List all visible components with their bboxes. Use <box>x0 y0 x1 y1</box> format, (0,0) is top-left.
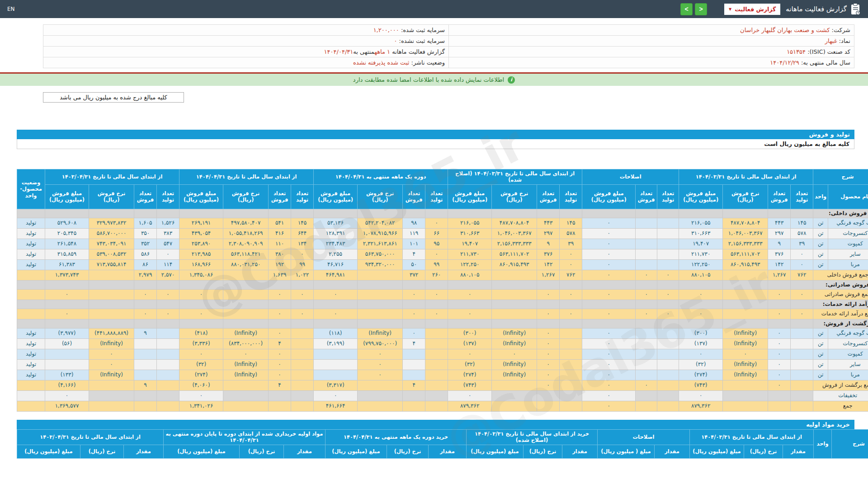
cell-empty <box>45 319 89 328</box>
cell-g6-p: ۰ <box>157 249 179 259</box>
product-row: کمپوتتن۳۹۹۲,۱۵۶,۳۳۳,۳۳۳۱۹,۴۰۷۰۳۹۹۲,۱۵۶,۳… <box>17 239 868 249</box>
cell-g5-r <box>223 390 269 401</box>
cell-g6-p: ۰ <box>157 309 179 319</box>
cell-g5-a: ۴۳۹,۰۵۴ <box>179 228 223 239</box>
cell-g5-p <box>291 338 314 349</box>
cell-empty <box>269 280 291 289</box>
cell-g4-r: ۲,۳۲۱,۶۱۳,۸۶۱ <box>358 239 403 249</box>
raw-material-section-header: خرید مواد اولیه <box>17 420 854 429</box>
cell-g3-s: ۹ <box>537 239 560 249</box>
cell-g5-s: ۰ <box>269 289 291 300</box>
cell-unit: تن <box>813 249 828 259</box>
cell-g4-r: ۵۶۳,۷۵۰,۰۰۰ <box>358 249 403 259</box>
cell-g3-r <box>492 401 537 411</box>
cell-g5-s <box>269 401 291 411</box>
cell-g3-r <box>492 309 537 319</box>
cell-empty <box>582 319 636 328</box>
cell-g6-r <box>89 401 134 411</box>
col-header-unit: واحد <box>814 429 832 458</box>
cell-g6-a: ۰ <box>45 390 89 401</box>
report-type-dropdown[interactable]: گزارش فعالیت ▼ <box>724 4 780 15</box>
cell-unit: تن <box>813 338 828 349</box>
cell-g2-p <box>657 401 679 411</box>
cell-g1-p <box>791 338 813 349</box>
cell-g4-a: (۱۱۸) <box>314 328 358 338</box>
info-row: کد صنعت (ISIC): ۱۵۱۳۵۴گزارش فعالیت ماهان… <box>43 47 854 57</box>
cell-g1-r: ۴۸۷,۷۰۸,۸۰۴ <box>723 218 768 228</box>
cell-g4-r <box>358 390 403 401</box>
cell-g5-s: ۰ <box>269 370 291 380</box>
cell-g1-r: ۲,۱۵۶,۳۳۳,۳۳۳ <box>723 239 768 249</box>
cell-g6-p <box>157 359 179 370</box>
info-row: نماد: غبهارسرمایه ثبت نشده: ۰ <box>43 36 854 47</box>
cell-g1-s: ۰ <box>768 349 791 359</box>
cell-g1-p: ۰ <box>791 309 813 319</box>
col-group-g2: اصلاحات <box>598 429 690 445</box>
cell-g2-s <box>636 349 657 359</box>
cell-g5-a: ۰ <box>179 390 223 401</box>
col-header-g2-a: مبلغ فروش (میلیون ریال) <box>582 184 636 209</box>
cell-g2-p <box>657 328 679 338</box>
info-value: ۱۴۰۴/۰۴/۳۱ <box>324 48 354 55</box>
cell-g6-r: (۴۴۱,۸۸۸,۸۸۹) <box>89 328 134 338</box>
col-header-g6-2: مبلغ (میلیون ریال) <box>17 445 80 458</box>
cell-g3-a: ۳۱۰,۶۶۳ <box>448 228 492 239</box>
cell-g5-a: ۰ <box>179 289 223 300</box>
cell-g5-a: ۰ <box>179 309 223 319</box>
cell-g6-s: ۳۵۰ <box>134 228 157 239</box>
cell-row-label: جمع برگشت از فروش <box>813 380 868 390</box>
cell-g1-r <box>723 309 768 319</box>
cell-g4-p: ۹۹ <box>425 259 448 270</box>
cell-g6-r: (Infinity) <box>89 370 134 380</box>
cell-empty <box>768 319 791 328</box>
cell-g1-a: ۲۱۱,۷۳۰ <box>679 249 723 259</box>
cell-product-name: کنسروجات <box>828 228 868 239</box>
cell-g2-s <box>636 239 657 249</box>
cell-empty <box>679 319 723 328</box>
cell-g5-r <box>223 289 269 300</box>
col-header-g5-s: تعداد فروش <box>269 184 291 209</box>
cell-empty <box>89 300 134 309</box>
cell-g5-s: ۰ <box>269 309 291 319</box>
cell-g5-r: ۵۶۳,۱۱۸,۴۲۱ <box>223 249 269 259</box>
cell-g6-a: ۵۲۹,۶۰۸ <box>45 218 89 228</box>
previous-report-button[interactable]: < <box>680 3 693 15</box>
cell-g1-a: ۸۷۹,۳۶۲ <box>679 401 723 411</box>
cell-g6-s: ۲,۹۷۹ <box>134 270 157 280</box>
cell-g6-a: ۲۶۱,۵۴۸ <box>45 239 89 249</box>
cell-empty <box>657 300 679 309</box>
header-sub-row: نام محصولواحدتعداد تولیدتعداد فروشنرخ فر… <box>17 184 868 209</box>
cell-g4-s: ۱۱۹ <box>403 228 425 239</box>
cell-empty <box>134 209 157 218</box>
cell-g6-s: ۱,۶۰۵ <box>134 218 157 228</box>
info-label: سرمایه ثبت شده: <box>399 27 445 33</box>
cell-g5-a: ۱۶۸,۹۶۶ <box>179 259 223 270</box>
col-header-g3-0: مقدار <box>562 445 598 458</box>
info-label: سال مالی منتهی به: <box>799 59 850 66</box>
cell-g3-a: ۰ <box>448 309 492 319</box>
cell-g6-r <box>89 289 134 300</box>
cell-g5-p: ۰ <box>291 309 314 319</box>
next-report-button[interactable]: > <box>695 3 707 15</box>
cell-product-name: کنسروجات <box>828 338 868 349</box>
col-header-g4-2: مبلغ (میلیون ریال) <box>326 445 387 458</box>
production-sales-table-wrap: شرحاز ابتدای سال مالی تا تاریخ ۱۴۰۴/۰۳/۳… <box>17 169 854 412</box>
cell-empty <box>179 209 223 218</box>
cell-g3-a: ۲۱۶,۰۵۵ <box>448 218 492 228</box>
cell-empty <box>448 209 492 218</box>
language-toggle[interactable]: EN <box>7 6 15 12</box>
cell-g6-a: ۰ <box>45 309 89 319</box>
cell-g3-r <box>492 390 537 401</box>
info-label: منتهی به <box>353 48 374 55</box>
col-header-g6-r: نرخ فروش (ریال) <box>89 184 134 209</box>
cell-g2-a: ۰ <box>582 218 636 228</box>
cell-g1-a: ۲۱۶,۰۵۵ <box>679 218 723 228</box>
cell-empty <box>179 319 223 328</box>
cell-g6-s: ۵۸۶ <box>134 249 157 259</box>
cell-empty <box>791 209 813 218</box>
col-header-g1-s: تعداد فروش <box>768 184 791 209</box>
cell-unit: تن <box>813 359 828 370</box>
cell-g1-p: ۵۷۸ <box>791 228 813 239</box>
cell-g3-r: (Infinity) <box>492 359 537 370</box>
col-header-g1-a: مبلغ فروش (میلیون ریال) <box>679 184 723 209</box>
